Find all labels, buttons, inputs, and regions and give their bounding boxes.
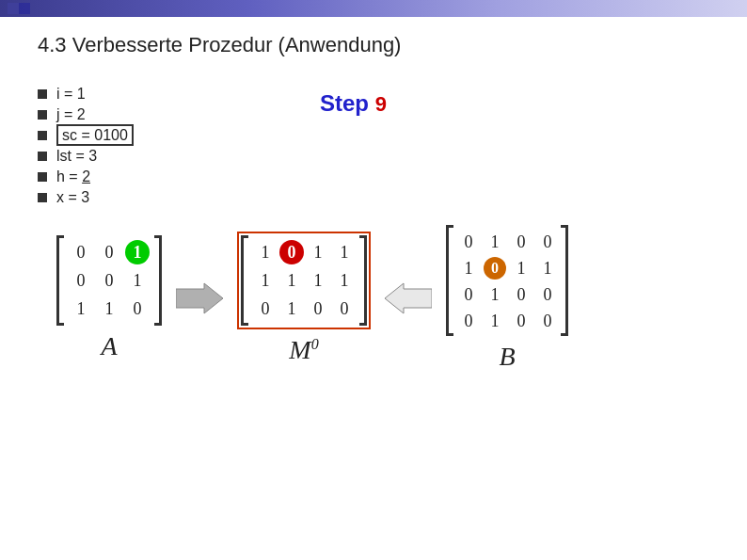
svg-marker-1: [385, 283, 432, 313]
matrix-a-cell-2-0: 1: [68, 296, 94, 322]
matrix-b-cell-0-2: 0: [508, 229, 534, 255]
matrix-m0-cell-2-3: 0: [331, 296, 358, 322]
matrix-a-cell-1-2: 1: [124, 267, 151, 294]
matrix-m0-cell-0-3: 1: [331, 239, 358, 265]
matrix-a-cell-1-0: 0: [68, 267, 94, 294]
matrix-a-bracket-right: [154, 235, 162, 326]
matrix-b-cell-1-2: 1: [508, 255, 534, 281]
top-bar-dot1: [8, 3, 19, 14]
matrix-m0-cell-1-2: 1: [305, 267, 331, 294]
matrix-b-cell-3-0: 0: [455, 308, 482, 334]
bullet-j: j = 2: [38, 106, 188, 123]
bullet-sc: sc = 0100: [38, 127, 188, 144]
matrix-a-label: A: [101, 331, 117, 361]
matrix-b-container: 0 1 0 0 1 0 1 1 0 1 0 0: [446, 225, 568, 372]
bullet-icon-5: [38, 172, 47, 182]
matrix-a-bracket-left: [56, 235, 64, 326]
matrix-b-cell-1-1: 0: [482, 255, 508, 281]
bullet-h: h = 2: [38, 168, 188, 185]
step-label: Step 9: [320, 90, 387, 116]
matrix-b-label: B: [499, 342, 515, 372]
matrix-a-grid: 0 0 1 0 0 1 1 1 0: [68, 239, 151, 322]
matrix-b: 0 1 0 0 1 0 1 1 0 1 0 0: [446, 225, 568, 336]
matrix-b-cell-3-2: 0: [508, 308, 534, 334]
bullet-text-5: h = 2: [56, 168, 90, 185]
matrix-m0-container: 1 0 1 1 1 1 1 1 0 1 0: [237, 232, 371, 365]
matrix-m0-highlight-red: 0: [279, 240, 304, 264]
matrix-b-cell-0-3: 0: [534, 229, 561, 255]
matrix-m0-bracket-right: [359, 235, 367, 326]
matrix-a-cell-0-2: 1: [124, 239, 151, 265]
matrix-a: 0 0 1 0 0 1 1 1 0: [56, 235, 162, 326]
matrix-m0-cell-2-0: 0: [252, 296, 278, 322]
matrix-a-cell-0-0: 0: [68, 239, 94, 265]
matrix-m0-cell-0-2: 1: [305, 239, 331, 265]
top-bar-dot2: [19, 3, 30, 14]
matrix-m0-cell-1-1: 1: [278, 267, 305, 294]
matrices-row: 0 0 1 0 0 1 1 1 0 A: [56, 225, 728, 372]
bullet-lst: lst = 3: [38, 148, 188, 165]
matrix-b-cell-2-0: 0: [455, 281, 482, 308]
bullet-text-4: lst = 3: [56, 148, 97, 165]
matrix-b-grid: 0 1 0 0 1 0 1 1 0 1 0 0: [455, 229, 559, 332]
bullet-icon-6: [38, 193, 47, 202]
matrix-b-cell-1-3: 1: [534, 255, 561, 281]
matrix-m0-cell-0-1: 0: [278, 239, 305, 265]
page-title: 4.3 Verbesserte Prozedur (Anwendung): [38, 33, 728, 57]
bullet-text-6: x = 3: [56, 189, 89, 206]
matrix-m0-bracket-left: [241, 235, 248, 326]
matrix-b-cell-0-0: 0: [455, 229, 482, 255]
step-number: 9: [375, 92, 387, 116]
bullet-i: i = 1: [38, 86, 188, 103]
matrix-m0-cell-0-0: 1: [252, 239, 278, 265]
matrix-b-bracket-left: [446, 225, 453, 336]
matrix-m0-cell-2-1: 1: [278, 296, 305, 322]
matrix-a-container: 0 0 1 0 0 1 1 1 0 A: [56, 235, 162, 361]
matrix-b-highlight-orange: 0: [484, 257, 506, 280]
matrix-b-cell-1-0: 1: [455, 255, 482, 281]
matrix-m0-box: 1 0 1 1 1 1 1 1 0 1 0: [237, 232, 371, 329]
arrow-left-icon: [385, 281, 432, 315]
bullet-icon-3: [38, 131, 47, 140]
matrix-b-cell-2-3: 0: [534, 281, 561, 308]
matrix-m0-label: M0: [289, 335, 318, 365]
matrix-a-cell-2-2: 0: [124, 296, 151, 322]
matrix-b-cell-3-1: 1: [482, 308, 508, 334]
matrix-b-bracket-right: [561, 225, 568, 336]
matrix-m0-grid: 1 0 1 1 1 1 1 1 0 1 0: [252, 239, 356, 322]
bullet-text-2: j = 2: [56, 106, 86, 123]
matrix-b-cell-2-1: 1: [482, 281, 508, 308]
bullet-icon-4: [38, 152, 47, 161]
bullet-list: i = 1 j = 2 sc = 0100 lst = 3 h = 2 x = …: [38, 86, 188, 206]
bullet-icon-2: [38, 110, 47, 120]
bullet-icon-1: [38, 89, 47, 99]
matrix-a-cell-1-1: 0: [96, 267, 122, 294]
matrix-a-cell-2-1: 1: [96, 296, 122, 322]
matrix-b-cell-2-2: 0: [508, 281, 534, 308]
matrix-a-highlight-green: 1: [125, 240, 150, 264]
arrow-right-icon: [176, 281, 223, 315]
matrix-b-cell-3-3: 0: [534, 308, 561, 334]
matrix-m0-cell-1-3: 1: [331, 267, 358, 294]
matrix-a-cell-0-1: 0: [96, 239, 122, 265]
matrix-m0: 1 0 1 1 1 1 1 1 0 1 0: [241, 235, 367, 326]
bullet-text-1: i = 1: [56, 86, 86, 103]
bullet-x: x = 3: [38, 189, 188, 206]
svg-marker-0: [176, 283, 223, 313]
top-bar: [0, 0, 747, 17]
matrix-m0-superscript: 0: [311, 336, 319, 352]
matrix-m0-cell-2-2: 0: [305, 296, 331, 322]
matrix-b-cell-0-1: 1: [482, 229, 508, 255]
matrix-m0-cell-1-0: 1: [252, 267, 278, 294]
bullet-text-3: sc = 0100: [56, 127, 134, 144]
